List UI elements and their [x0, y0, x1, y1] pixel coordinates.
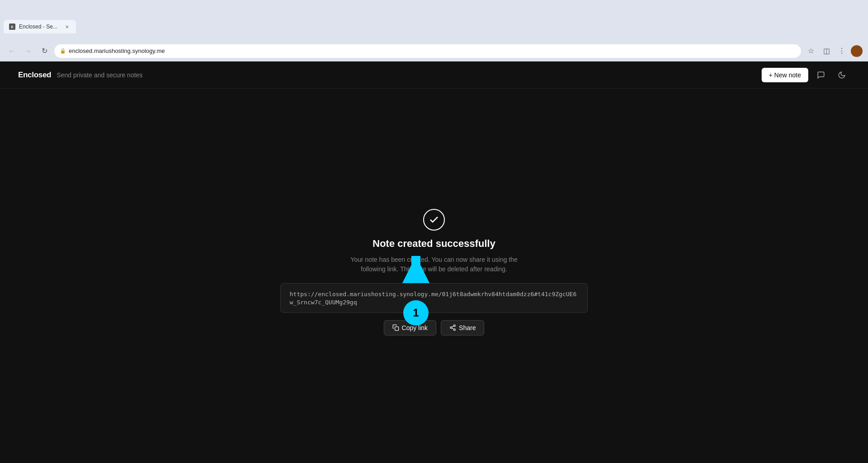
copy-link-label: Copy link — [402, 324, 428, 331]
app-footer: Crafted by Corentin Thomasset . Source c… — [0, 455, 868, 463]
active-tab[interactable]: E Enclosed - Se... ✕ — [4, 20, 76, 33]
reload-button[interactable]: ↻ — [38, 45, 51, 57]
app-container: Enclosed Send private and secure notes +… — [0, 61, 868, 463]
back-button[interactable]: ← — [5, 45, 18, 57]
profile-avatar[interactable] — [851, 45, 863, 57]
success-container: Note created successfully Your note has … — [280, 209, 588, 335]
share-button[interactable]: Share — [441, 320, 484, 335]
browser-tabs: E Enclosed - Se... ✕ — [0, 17, 868, 33]
app-header: Enclosed Send private and secure notes +… — [0, 61, 868, 89]
copy-link-button[interactable]: Copy link — [384, 320, 437, 335]
note-link-text: https://enclosed.mariushosting.synology.… — [290, 291, 577, 306]
success-title: Note created successfully — [372, 238, 495, 250]
forward-button[interactable]: → — [22, 45, 34, 57]
browser-nav-bar: ← → ↻ 🔒 enclosed.mariushosting.synology.… — [0, 41, 868, 61]
header-brand: Enclosed Send private and secure notes — [18, 71, 762, 80]
more-button[interactable]: ⋮ — [835, 45, 848, 57]
share-label: Share — [459, 324, 476, 331]
svg-point-3 — [453, 329, 455, 331]
success-check-icon — [423, 209, 445, 231]
address-bar[interactable]: 🔒 enclosed.mariushosting.synology.me — [54, 44, 801, 58]
svg-point-2 — [450, 327, 452, 329]
browser-top-bar — [0, 0, 868, 17]
extensions-button[interactable]: ◫ — [820, 45, 833, 57]
svg-rect-0 — [395, 327, 398, 331]
new-note-button[interactable]: + New note — [762, 68, 808, 82]
tab-close-button[interactable]: ✕ — [63, 23, 71, 30]
nav-right-controls: ☆ ◫ ⋮ — [805, 45, 863, 57]
address-text: enclosed.mariushosting.synology.me — [69, 47, 165, 54]
svg-line-4 — [452, 328, 453, 329]
theme-toggle-button[interactable] — [834, 67, 850, 83]
share-icon — [449, 324, 456, 331]
bookmark-button[interactable]: ☆ — [805, 45, 817, 57]
success-description: Your note has been created. You can now … — [350, 255, 517, 274]
svg-point-1 — [453, 325, 455, 326]
tab-title: Enclosed - Se... — [19, 24, 60, 30]
note-link-box: https://enclosed.mariushosting.synology.… — [280, 283, 588, 313]
header-actions: + New note — [762, 67, 850, 83]
brand-tagline: Send private and secure notes — [57, 71, 143, 79]
svg-line-5 — [452, 326, 453, 327]
main-content: Note created successfully Your note has … — [0, 89, 868, 455]
security-lock-icon: 🔒 — [60, 48, 66, 54]
action-buttons: Copy link Share — [384, 320, 485, 335]
brand-name: Enclosed — [18, 71, 51, 80]
copy-icon — [392, 324, 399, 331]
browser-chrome: E Enclosed - Se... ✕ — [0, 0, 868, 41]
feedback-icon-button[interactable] — [813, 67, 829, 83]
tab-favicon: E — [9, 24, 15, 30]
